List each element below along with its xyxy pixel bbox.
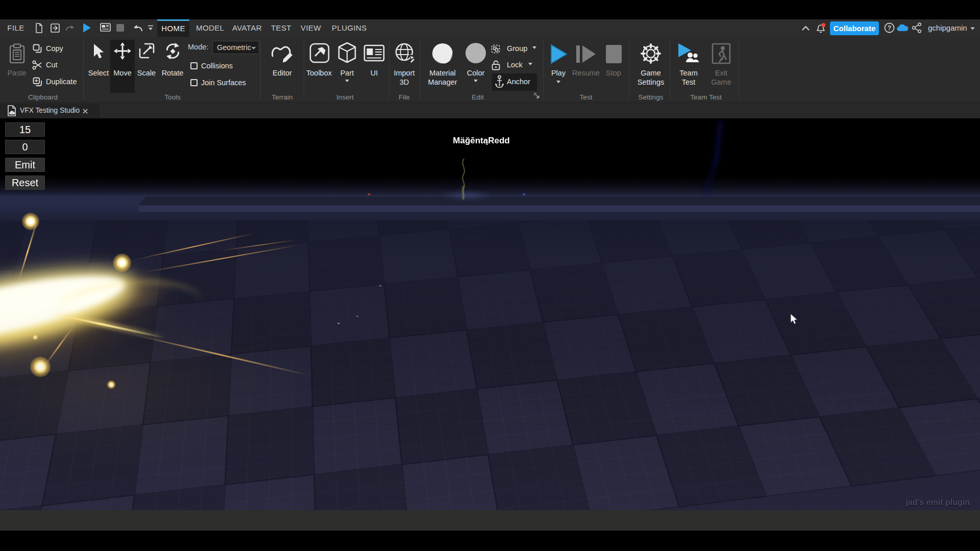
svg-text:?: ? (888, 24, 891, 32)
